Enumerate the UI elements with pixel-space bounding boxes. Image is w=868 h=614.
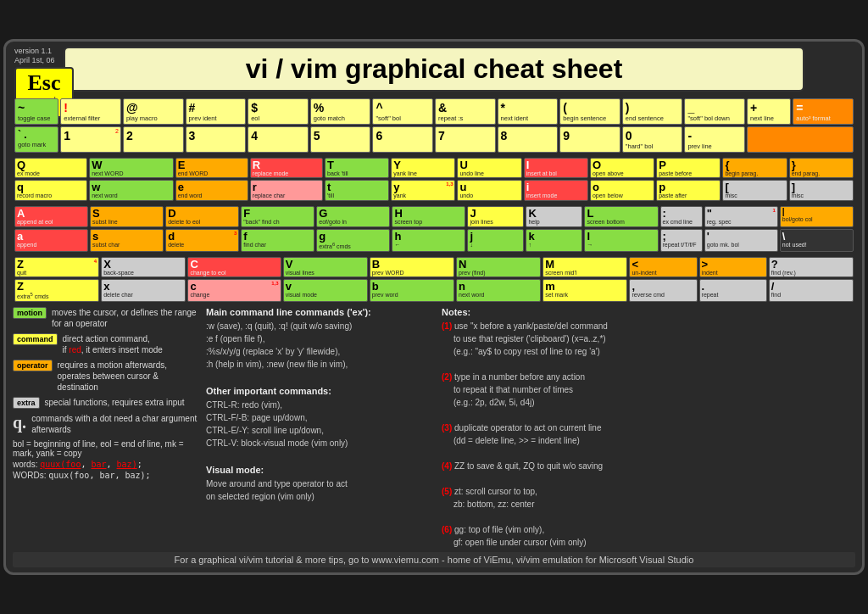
key-n: nnext word [456, 279, 541, 302]
bottom-area: motion moves the cursor, or defines the … [13, 307, 855, 549]
key-lbracket: [misc [722, 180, 787, 201]
key-question: ?find (rev.) [769, 257, 854, 278]
key-0: 0"hard" bol [622, 126, 683, 153]
key-B-upper: Bprev WORD [370, 257, 454, 278]
key-E-upper: Eend WORD [175, 158, 248, 179]
key-i: iinsert mode [524, 180, 588, 201]
key-comma: ,reverse cmd [629, 279, 697, 302]
key-S-upper: Ssubst line [90, 206, 164, 227]
key-U-upper: Uundo line [457, 158, 521, 179]
operator-desc: requires a motion afterwards, operates b… [58, 360, 199, 393]
key-9: 9 [559, 126, 620, 153]
key-T-upper: Tback 'till [325, 158, 389, 179]
key-dollar: $eol [248, 98, 309, 125]
qwerty-row1: Qex mode Wnext WORD Eend WORD Rreplace m… [13, 156, 855, 203]
key-lparen: (begin sentence [559, 98, 620, 125]
key-J-upper: Jjoin lines [467, 206, 524, 227]
version-info: version 1.1 April 1st, 06 [14, 47, 55, 66]
visual-text: Move around and type operator to act on … [206, 477, 435, 503]
key-g: gextra6 cmds [316, 229, 390, 252]
key-O-upper: Oopen above [590, 158, 654, 179]
key-V-upper: Vvisual lines [283, 257, 368, 278]
key-s: ssubst char [90, 229, 164, 252]
key-minus: -prev line [684, 126, 745, 153]
other-cmds-title: Other important commands: [206, 386, 435, 396]
key-R-upper: Rreplace mode [250, 158, 323, 179]
key-backslash: |bol/goto col [780, 206, 854, 227]
key-rbracket: ]misc [789, 180, 854, 201]
operator-badge: operator [13, 360, 53, 371]
key-caret: ^"soft" bol [372, 98, 433, 125]
key-H-upper: Hscreen top [392, 206, 465, 227]
visual-title: Visual mode: [206, 465, 435, 475]
legend-motion: motion moves the cursor, or defines the … [13, 307, 199, 329]
main-cmds-col: Main command line commands ('ex'): :w (s… [206, 307, 435, 549]
key-e: eend word [175, 180, 248, 201]
key-M-upper: Mscreen mid'l [542, 257, 627, 278]
key-Y-upper: Yyank line [391, 158, 455, 179]
key-p: ppaste after [656, 180, 721, 201]
extra-desc: special functions, requires extra input [45, 397, 185, 408]
key-d: ddelete3 [165, 229, 239, 252]
legend-extra: extra special functions, requires extra … [13, 397, 199, 409]
extra-badge: extra [13, 397, 40, 409]
key-semicolon: ;repeat t/T/f/F [660, 229, 703, 252]
date-text: April 1st, 06 [14, 56, 55, 64]
key-v: vvisual mode [283, 279, 368, 302]
key-c: cchange1,3 [187, 279, 281, 302]
key-P-upper: Ppaste before [656, 158, 721, 179]
main-cmds-text: :w (save), :q (quit), :q! (quit w/o savi… [206, 320, 435, 371]
key-3: 3 [186, 126, 247, 153]
key-W-upper: Wnext WORD [89, 158, 173, 179]
key-q: qrecord macro [14, 180, 87, 201]
key-6: 6 [372, 126, 433, 153]
key-t: t'till [325, 180, 389, 201]
key-u: uundo [457, 180, 521, 201]
key-period: .repeat [699, 279, 767, 302]
key-z: Zextra5 cmds [14, 279, 99, 302]
key-plus: +next line [747, 98, 791, 125]
key-k: k↑ [526, 229, 582, 252]
key-N-upper: Nprev (find) [456, 257, 541, 278]
key-lt: <un-indent [629, 257, 697, 278]
key-underscore: _"soft" bol down [684, 98, 745, 125]
asdf-row: Aappend at eol Ssubst line Ddelete to eo… [13, 204, 855, 254]
key-l: l→ [584, 229, 658, 252]
key-x: xdelete char [101, 279, 186, 302]
key-colon: :ex cmd line [660, 206, 703, 227]
key-backtick: ` .goto mark [14, 126, 58, 153]
key-hash: #prev ident [186, 98, 247, 125]
key-amp: &repeat :s [435, 98, 496, 125]
footer-text: For a graphical vi/vim tutorial & more t… [175, 555, 694, 565]
key-rparen: )end sentence [622, 98, 683, 125]
key-7: 7 [435, 126, 496, 153]
legend-dot: q. commands with a dot need a char argum… [13, 413, 199, 435]
key-auto [747, 126, 854, 153]
key-lbrace: {begin parag. [722, 158, 787, 179]
key-Q: Qex mode [14, 158, 87, 179]
title-box: vi / vim graphical cheat sheet [64, 47, 804, 92]
key-4: 4 [248, 126, 309, 153]
key-star: *next ident [498, 98, 559, 125]
key-percent: %goto match [310, 98, 371, 125]
key-equals: =auto³ format [793, 98, 854, 125]
key-A-upper: Aappend at eol [14, 206, 88, 227]
number-row: ~toggle case !external filter @play macr… [13, 97, 855, 154]
key-bang: !external filter [60, 98, 121, 125]
key-K-upper: Khelp [526, 206, 582, 227]
key-j: j↓ [467, 229, 524, 252]
legend-col: motion moves the cursor, or defines the … [13, 307, 199, 549]
key-5: 5 [310, 126, 371, 153]
key-rbrace: }end parag. [789, 158, 854, 179]
notes-col: Notes: (1) use "x before a yank/paste/de… [442, 307, 855, 549]
key-m: mset mark [542, 279, 627, 302]
legend-command: command direct action command,if red, it… [13, 333, 199, 355]
zxcv-row: Zquit4 Xback-space Cchange to eol Vvisua… [13, 255, 855, 304]
key-I-upper: Iinsert at bol [524, 158, 588, 179]
words-line: words: quux(foo, bar, baz); [13, 460, 199, 469]
legend-operator: operator requires a motion afterwards, o… [13, 360, 199, 393]
footer-bar: For a graphical vi/vim tutorial & more t… [13, 552, 855, 567]
key-f: ffind char [241, 229, 314, 252]
key-D-upper: Ddelete to eol [165, 206, 239, 227]
key-tilde: ~toggle case [14, 98, 58, 125]
